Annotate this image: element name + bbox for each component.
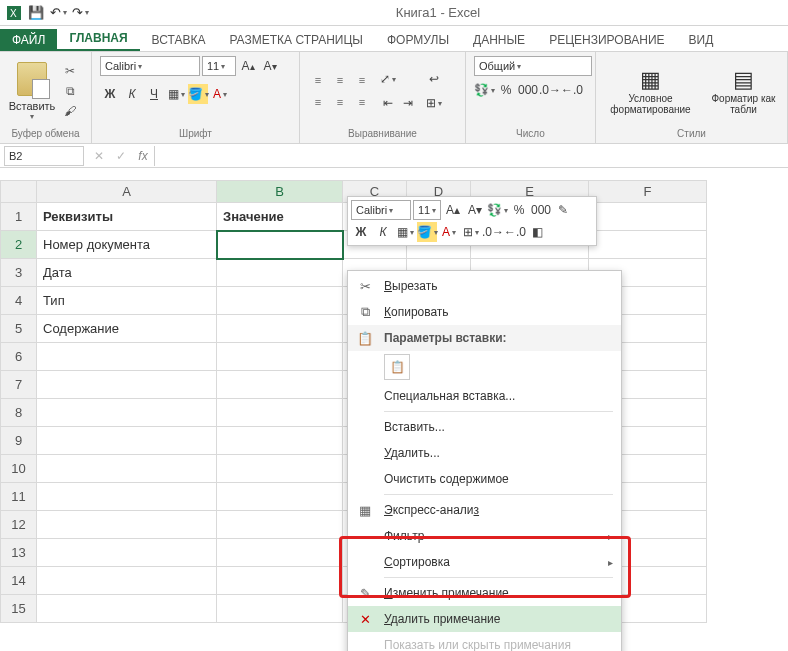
menu-quick-analysis[interactable]: ▦Экспресс-анализ bbox=[348, 497, 621, 523]
fill-color-button[interactable]: 🪣 bbox=[188, 84, 208, 104]
cell[interactable] bbox=[37, 567, 217, 595]
menu-paste-special[interactable]: Специальная вставка... bbox=[348, 383, 621, 409]
cell[interactable] bbox=[37, 371, 217, 399]
number-format-combo[interactable]: Общий bbox=[474, 56, 592, 76]
save-icon[interactable]: 💾 bbox=[26, 3, 46, 23]
mini-italic[interactable]: К bbox=[373, 222, 393, 242]
cell[interactable] bbox=[217, 595, 343, 623]
percent-icon[interactable]: % bbox=[496, 80, 516, 100]
menu-show-comment[interactable]: Показать или скрыть примечания bbox=[348, 632, 621, 651]
cell[interactable] bbox=[37, 511, 217, 539]
menu-delete-comment[interactable]: ✕Удалить примечание bbox=[348, 606, 621, 632]
mini-increase-font-icon[interactable]: A▴ bbox=[443, 200, 463, 220]
redo-icon[interactable]: ↷ bbox=[70, 3, 90, 23]
cancel-icon[interactable]: ✕ bbox=[88, 146, 110, 166]
fx-icon[interactable]: fx bbox=[132, 146, 154, 166]
tab-file[interactable]: ФАЙЛ bbox=[0, 29, 57, 51]
tab-view[interactable]: ВИД bbox=[677, 29, 726, 51]
row-header[interactable]: 10 bbox=[1, 455, 37, 483]
align-middle-icon[interactable]: ≡ bbox=[330, 70, 350, 90]
row-header[interactable]: 6 bbox=[1, 343, 37, 371]
cell[interactable]: Значение bbox=[217, 203, 343, 231]
row-header[interactable]: 11 bbox=[1, 483, 37, 511]
mini-decrease-font-icon[interactable]: A▾ bbox=[465, 200, 485, 220]
mini-comma-icon[interactable]: 000 bbox=[531, 200, 551, 220]
font-name-combo[interactable]: Calibri bbox=[100, 56, 200, 76]
tab-data[interactable]: ДАННЫЕ bbox=[461, 29, 537, 51]
cell-selected[interactable] bbox=[217, 231, 343, 259]
col-header-F[interactable]: F bbox=[589, 181, 707, 203]
italic-button[interactable]: К bbox=[122, 84, 142, 104]
row-header[interactable]: 9 bbox=[1, 427, 37, 455]
tab-insert[interactable]: ВСТАВКА bbox=[140, 29, 218, 51]
tab-review[interactable]: РЕЦЕНЗИРОВАНИЕ bbox=[537, 29, 676, 51]
menu-delete[interactable]: Удалить... bbox=[348, 440, 621, 466]
format-table-button[interactable]: ▤ Форматир как табли bbox=[709, 67, 779, 115]
mini-font-color-icon[interactable]: A bbox=[439, 222, 459, 242]
mini-bold[interactable]: Ж bbox=[351, 222, 371, 242]
font-color-button[interactable]: A bbox=[210, 84, 230, 104]
cell[interactable] bbox=[37, 595, 217, 623]
cell[interactable]: Дата bbox=[37, 259, 217, 287]
conditional-formatting-button[interactable]: ▦ Условное форматирование bbox=[605, 67, 697, 115]
name-box[interactable]: B2 bbox=[4, 146, 84, 166]
select-all-corner[interactable] bbox=[1, 181, 37, 203]
menu-insert[interactable]: Вставить... bbox=[348, 414, 621, 440]
cell[interactable] bbox=[589, 231, 707, 259]
row-header[interactable]: 14 bbox=[1, 567, 37, 595]
mini-inc-decimal-icon[interactable]: .0→ bbox=[483, 222, 503, 242]
decrease-decimal-icon[interactable]: ←.0 bbox=[562, 80, 582, 100]
align-bottom-icon[interactable]: ≡ bbox=[352, 70, 372, 90]
merge-icon[interactable]: ⊞ bbox=[424, 93, 444, 113]
row-header[interactable]: 3 bbox=[1, 259, 37, 287]
cut-icon[interactable]: ✂ bbox=[60, 62, 80, 80]
mini-percent-icon[interactable]: % bbox=[509, 200, 529, 220]
row-header[interactable]: 13 bbox=[1, 539, 37, 567]
cell[interactable] bbox=[217, 427, 343, 455]
tab-home[interactable]: ГЛАВНАЯ bbox=[57, 27, 139, 51]
cell[interactable] bbox=[217, 371, 343, 399]
row-header[interactable]: 5 bbox=[1, 315, 37, 343]
increase-decimal-icon[interactable]: .0→ bbox=[540, 80, 560, 100]
cell[interactable] bbox=[217, 539, 343, 567]
paste-button[interactable]: Вставить ▾ bbox=[8, 62, 56, 121]
row-header[interactable]: 15 bbox=[1, 595, 37, 623]
enter-icon[interactable]: ✓ bbox=[110, 146, 132, 166]
orientation-icon[interactable]: ⤢ bbox=[378, 69, 398, 89]
menu-copy[interactable]: ⧉Копировать bbox=[348, 299, 621, 325]
cell[interactable] bbox=[217, 259, 343, 287]
mini-accounting-icon[interactable]: 💱 bbox=[487, 200, 507, 220]
border-button[interactable]: ▦ bbox=[166, 84, 186, 104]
row-header[interactable]: 2 bbox=[1, 231, 37, 259]
mini-font-name[interactable]: Calibri bbox=[351, 200, 411, 220]
paste-option-1-icon[interactable]: 📋 bbox=[384, 354, 410, 380]
cell[interactable] bbox=[217, 315, 343, 343]
row-header[interactable]: 12 bbox=[1, 511, 37, 539]
row-header[interactable]: 7 bbox=[1, 371, 37, 399]
decrease-indent-icon[interactable]: ⇤ bbox=[378, 93, 398, 113]
menu-sort[interactable]: Сортировка▸ bbox=[348, 549, 621, 575]
cell[interactable] bbox=[217, 343, 343, 371]
cell[interactable]: Содержание bbox=[37, 315, 217, 343]
mini-fill-icon[interactable]: 🪣 bbox=[417, 222, 437, 242]
align-left-icon[interactable]: ≡ bbox=[308, 92, 328, 112]
align-right-icon[interactable]: ≡ bbox=[352, 92, 372, 112]
comma-icon[interactable]: 000 bbox=[518, 80, 538, 100]
font-size-combo[interactable]: 11 bbox=[202, 56, 236, 76]
row-header[interactable]: 1 bbox=[1, 203, 37, 231]
cell[interactable] bbox=[589, 203, 707, 231]
mini-dec-decimal-icon[interactable]: ←.0 bbox=[505, 222, 525, 242]
col-header-A[interactable]: A bbox=[37, 181, 217, 203]
mini-border-icon[interactable]: ▦ bbox=[395, 222, 415, 242]
tab-layout[interactable]: РАЗМЕТКА СТРАНИЦЫ bbox=[217, 29, 375, 51]
wrap-text-icon[interactable]: ↩ bbox=[424, 69, 444, 89]
mini-merge-icon[interactable]: ⊞ bbox=[461, 222, 481, 242]
bold-button[interactable]: Ж bbox=[100, 84, 120, 104]
align-top-icon[interactable]: ≡ bbox=[308, 70, 328, 90]
cell[interactable] bbox=[37, 399, 217, 427]
cell[interactable] bbox=[217, 567, 343, 595]
cell[interactable]: Номер документа bbox=[37, 231, 217, 259]
row-header[interactable]: 4 bbox=[1, 287, 37, 315]
currency-icon[interactable]: 💱 bbox=[474, 80, 494, 100]
cell[interactable] bbox=[217, 455, 343, 483]
